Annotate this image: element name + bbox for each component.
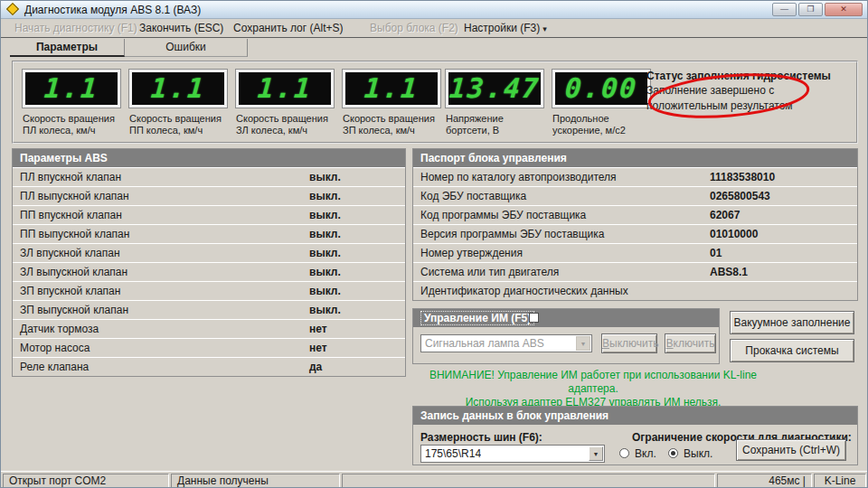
abs-param-row: ПЛ впускной клапанвыкл. xyxy=(13,167,405,186)
abs-params-panel: Параметры ABS ПЛ впускной клапанвыкл. ПЛ… xyxy=(12,148,406,377)
app-window: Диагностика модуля ABS 8.1 (ВАЗ) — ❐ ✕ Н… xyxy=(0,0,868,488)
im-control-title: Управление ИМ (F5) xyxy=(420,311,534,325)
gauge-acceleration: 0.00 Продольноеускорение, м/с2 xyxy=(552,70,654,136)
passport-row: Номер по каталогу автопроизводителя11183… xyxy=(413,167,857,186)
abs-param-row: ЗЛ впускной клапанвыкл. xyxy=(13,243,405,262)
led-display: 13.47 xyxy=(446,70,543,108)
close-button-icon[interactable]: ✕ xyxy=(825,3,863,16)
passport-row: Идентификатор диагностических данных xyxy=(413,281,857,300)
gauge-wheel-fl: 1.1 Скорость вращенияПЛ колеса, км/ч xyxy=(23,70,124,136)
abs-param-row: ПЛ выпускной клапанвыкл. xyxy=(13,186,405,205)
passport-row: Система или тип двигателяABS8.1 xyxy=(413,262,857,281)
speed-limit-off-label: Выкл. xyxy=(684,447,712,460)
gauge-wheel-rl: 1.1 Скорость вращенияЗЛ колеса, км/ч xyxy=(236,70,337,136)
passport-header: Паспорт блока управления xyxy=(413,149,857,167)
minimize-button-icon[interactable]: — xyxy=(772,3,797,16)
hydro-status-block: Статус заполнения гидросистемы Заполнени… xyxy=(646,70,854,113)
passport-row: Код программы ЭБУ поставщика62067 xyxy=(413,205,857,224)
gauge-panel: 1.1 Скорость вращенияПЛ колеса, км/ч 1.1… xyxy=(12,61,858,144)
dropdown-arrow-icon: ▾ xyxy=(542,24,547,33)
kl-line-warning: ВНИМАНИЕ! Управление ИМ работет при испо… xyxy=(412,369,774,409)
speed-limit-on-label: Вкл. xyxy=(635,447,656,460)
menu-save-log[interactable]: Сохранить лог (Alt+S) xyxy=(233,20,344,37)
menu-start-diagnostics[interactable]: Начать диагностику (F1) xyxy=(14,20,137,37)
menu-settings[interactable]: Настройки (F3)▾ xyxy=(464,20,547,38)
system-bleed-button[interactable]: Прокачка системы xyxy=(730,339,854,362)
abs-param-row: ЗП впускной клапанвыкл. xyxy=(13,281,405,300)
speed-limit-on-radio[interactable] xyxy=(619,448,629,458)
gauge-voltage: 13.47 Напряжениебортсети, В xyxy=(446,70,547,136)
abs-param-row: ПП впускной клапанвыкл. xyxy=(13,205,405,224)
abs-param-row: ЗП выпускной клапанвыкл. xyxy=(13,300,405,319)
combo-arrow-icon: ▼ xyxy=(576,336,590,351)
status-protocol: K-Line xyxy=(814,474,866,488)
passport-row: Версия программы ЭБУ поставщика01010000 xyxy=(413,224,857,243)
im-off-button[interactable]: Выключить xyxy=(601,333,657,353)
im-control-panel: Управление ИМ (F5) Сигнальная лампа ABS … xyxy=(412,308,720,364)
gauge-wheel-fr: 1.1 Скорость вращенияПП колеса, км/ч xyxy=(129,70,231,136)
hydro-status-text: Заполнение завершено с xyxy=(646,84,854,98)
abs-param-row: Реле клапанада xyxy=(13,357,405,376)
abs-params-header: Параметры ABS xyxy=(13,149,405,167)
status-filler xyxy=(342,474,715,488)
passport-row: Код ЭБУ поставщика0265800543 xyxy=(413,186,857,205)
hydro-status-title: Статус заполнения гидросистемы xyxy=(646,70,854,82)
tab-errors[interactable]: Ошибки xyxy=(125,39,248,57)
passport-row: Номер утверждения01 xyxy=(413,243,857,262)
menu-bar: Начать диагностику (F1) Закончить (ESC) … xyxy=(1,20,867,38)
menu-finish[interactable]: Закончить (ESC) xyxy=(139,20,223,37)
window-title: Диагностика модуля ABS 8.1 (ВАЗ) xyxy=(24,4,201,16)
led-display: 0.00 xyxy=(552,70,650,108)
save-button[interactable]: Сохранить (Ctrl+W) xyxy=(736,439,846,461)
passport-panel: Паспорт блока управления Номер по катало… xyxy=(412,148,858,301)
led-display: 1.1 xyxy=(343,70,440,108)
tire-size-label: Размерность шин (F6): xyxy=(420,431,542,444)
tab-strip: Параметры Ошибки xyxy=(1,39,867,57)
led-display: 1.1 xyxy=(23,70,120,108)
app-icon xyxy=(6,3,19,15)
status-bar: Открыт порт COM2 Данные получены 465мс |… xyxy=(1,471,867,488)
tire-size-combobox[interactable]: 175\65\R14 ▼ xyxy=(420,445,605,463)
vacuum-fill-button[interactable]: Вакуумное заполнение xyxy=(730,311,854,334)
led-display: 1.1 xyxy=(236,70,334,108)
im-enable-checkbox[interactable] xyxy=(529,313,539,323)
combo-arrow-icon: ▼ xyxy=(589,446,603,461)
led-display: 1.1 xyxy=(129,70,227,108)
abs-param-row: Мотор насосанет xyxy=(13,338,405,357)
menu-select-block[interactable]: Выбор блока (F2) xyxy=(370,20,458,37)
maximize-button-icon[interactable]: ❐ xyxy=(798,3,823,16)
status-timing: 465мс | 0:0:11,429с xyxy=(717,474,812,488)
write-data-panel: Запись данных в блок управления Размерно… xyxy=(412,406,858,465)
im-on-button[interactable]: Включить xyxy=(665,333,716,353)
abs-param-row: ЗЛ выпускной клапанвыкл. xyxy=(13,262,405,281)
abs-param-row: Датчик тормозанет xyxy=(13,319,405,338)
speed-limit-off-radio[interactable] xyxy=(668,448,678,458)
abs-param-row: ПП выпускной клапанвыкл. xyxy=(13,224,405,243)
im-target-combobox[interactable]: Сигнальная лампа ABS ▼ xyxy=(420,334,592,352)
tab-parameters[interactable]: Параметры xyxy=(10,39,125,57)
title-bar: Диагностика модуля ABS 8.1 (ВАЗ) — ❐ ✕ xyxy=(1,1,867,19)
gauge-wheel-rr: 1.1 Скорость вращенияЗП колеса, км/ч xyxy=(343,70,444,136)
im-control-header: Управление ИМ (F5) xyxy=(413,309,719,327)
status-port: Открыт порт COM2 xyxy=(3,474,169,488)
write-data-header: Запись данных в блок управления xyxy=(413,407,857,425)
status-data: Данные получены xyxy=(171,474,340,488)
hydro-status-text: положительным результатом xyxy=(646,99,854,113)
